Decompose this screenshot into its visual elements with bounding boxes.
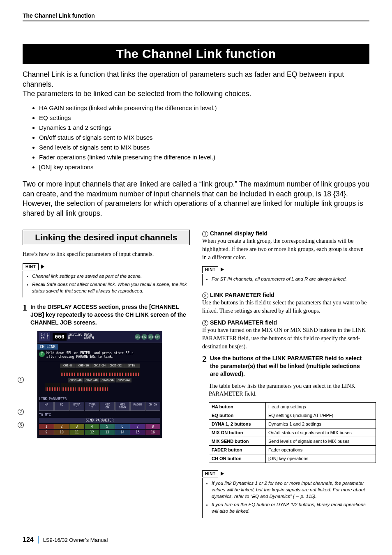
screen-tab: CH LINK xyxy=(37,344,58,350)
fader-button[interactable]: FADER xyxy=(130,402,145,411)
table-row: DYNA 1, 2 buttonsDynamics 1 and 2 settin… xyxy=(209,420,376,428)
field-2-text: Use the buttons in this field to select … xyxy=(202,299,369,315)
mix-send-button[interactable]: MIX SEND xyxy=(115,402,130,411)
hint-block: HINT If you link Dynamics 1 or 2 for two… xyxy=(202,470,369,518)
footer: 124 LS9-16/32 Owner’s Manual xyxy=(23,536,369,543)
paragraph: Two or more input channels that are link… xyxy=(23,180,369,219)
screenshot: 1 2 3 CH 1ch 1 000 Initial Data R ADMIN … xyxy=(27,331,190,438)
send-11[interactable]: 11 xyxy=(69,430,84,435)
send-8[interactable]: 8 xyxy=(145,424,160,429)
send-1[interactable]: 1 xyxy=(39,424,54,429)
step-1: 1 In the DISPLAY ACCESS section, press t… xyxy=(23,303,190,327)
send-7[interactable]: 7 xyxy=(130,424,145,429)
table-row: FADER buttonFader operations xyxy=(209,446,376,454)
step-2: 2 Use the buttons of the LINK PARAMETER … xyxy=(202,355,369,378)
step-follow-text: The table below lists the parameters you… xyxy=(209,382,369,398)
link-parameter-field: LINK PARAMETER HA EQ DYNA 1 DYNA 2 MIX O… xyxy=(37,397,162,413)
channel-display-field: CH1-8CH9-16 CH17-24CH25-32 STIN CH33-40C… xyxy=(37,361,162,397)
bullet-item: Fader operations (linked while preservin… xyxy=(39,152,369,162)
callout-1: 1 xyxy=(18,377,25,383)
table-row: CH ON button[ON] key operations xyxy=(209,454,376,463)
send-parameter-field: TO MIX SEND PARAMETER 1 2 3 4 5 6 7 8 9 xyxy=(37,413,162,438)
send-6[interactable]: 6 xyxy=(115,424,130,429)
arrow-icon xyxy=(221,267,224,272)
table-row: MIX ON buttonOn/off status of signals se… xyxy=(209,428,376,437)
dyna2-button[interactable]: DYNA 2 xyxy=(85,402,99,411)
send-14[interactable]: 14 xyxy=(115,430,130,435)
st-indicators: ST1ST2ST3ST4 xyxy=(135,334,160,340)
ch-indicator: CH 1ch 1 xyxy=(39,332,50,341)
table-row: HA buttonHead amp settings xyxy=(209,403,376,411)
running-head: The Channel Link function xyxy=(23,12,369,21)
header-rule xyxy=(23,21,369,21)
table-row: MIX SEND buttonSend levels of signals se… xyxy=(209,437,376,446)
page-title: The Channel Link function xyxy=(23,44,369,64)
hint-item: For ST IN channels, all parameters of L … xyxy=(212,276,369,282)
hint-item: If you turn on the EQ button or DYNA 1/2… xyxy=(212,501,369,514)
field-1-text: When you create a link group, the corres… xyxy=(202,237,369,261)
mix-on-button[interactable]: MIX ON xyxy=(100,402,115,411)
left-column: Linking the desired input channels Here’… xyxy=(23,230,190,523)
ch-on-button[interactable]: CH ON xyxy=(145,402,160,411)
help-icon: ? xyxy=(39,351,45,357)
send-15[interactable]: 15 xyxy=(130,430,145,435)
bullet-item: Send levels of signals sent to MIX buses xyxy=(39,143,369,152)
field-1-heading: 1Channel display field xyxy=(202,230,369,237)
send-4[interactable]: 4 xyxy=(85,424,99,429)
hint-block: HINT For ST IN channels, all parameters … xyxy=(202,265,369,286)
send-12[interactable]: 12 xyxy=(85,430,99,435)
send-9[interactable]: 9 xyxy=(39,430,54,435)
callout-2: 2 xyxy=(18,409,25,415)
section-heading: Linking the desired input channels xyxy=(23,230,190,245)
callout-3: 3 xyxy=(18,422,25,428)
parameter-table: HA buttonHead amp settings EQ buttonEQ s… xyxy=(209,402,376,463)
hint-item: Recall Safe does not affect channel link… xyxy=(32,281,190,294)
right-column: 1Channel display field When you create a… xyxy=(202,230,369,523)
hint-item: If you link Dynamics 1 or 2 for two or m… xyxy=(212,480,369,500)
step-number: 1 xyxy=(23,303,27,327)
intro-text: Channel Link is a function that links th… xyxy=(23,70,369,99)
send-16[interactable]: 16 xyxy=(145,430,160,435)
divider-icon xyxy=(38,536,39,543)
scene-label: Initial Data R ADMIN xyxy=(68,333,94,341)
scene-number: 000 xyxy=(53,333,66,341)
field-2-heading: 2LINK PARAMETER field xyxy=(202,291,369,299)
page-number: 124 xyxy=(23,536,34,543)
ha-button[interactable]: HA xyxy=(39,402,54,411)
bullet-item: On/off status of signals sent to MIX bus… xyxy=(39,133,369,143)
arrow-icon xyxy=(41,265,44,269)
bullet-item: Dynamics 1 and 2 settings xyxy=(39,123,369,133)
step-number: 2 xyxy=(202,355,207,378)
send-2[interactable]: 2 xyxy=(54,424,69,429)
hint-label: HINT xyxy=(202,470,218,477)
step-text: Use the buttons of the LINK PARAMETER fi… xyxy=(210,355,369,378)
eq-button[interactable]: EQ xyxy=(54,402,69,411)
bullet-item: EQ settings xyxy=(39,113,369,123)
bullet-item: HA GAIN settings (linked while preservin… xyxy=(39,103,369,113)
arrow-icon xyxy=(221,472,224,476)
send-3[interactable]: 3 xyxy=(69,424,84,429)
field-3-heading: 3SEND PARAMETER field xyxy=(202,319,369,326)
send-10[interactable]: 10 xyxy=(54,430,69,435)
step-text: In the DISPLAY ACCESS section, press the… xyxy=(30,303,190,327)
screen-hint: ? Hold down SEL or ENTER, and press othe… xyxy=(37,350,162,361)
lead-text: Here’s how to link specific parameters o… xyxy=(23,250,190,258)
intro-bullets: HA GAIN settings (linked while preservin… xyxy=(39,103,369,172)
hint-label: HINT xyxy=(202,266,218,273)
send-13[interactable]: 13 xyxy=(100,430,115,435)
hint-label: HINT xyxy=(23,263,39,270)
dyna1-button[interactable]: DYNA 1 xyxy=(69,402,84,411)
manual-title: LS9-16/32 Owner’s Manual xyxy=(43,537,108,543)
hint-item: Channel link settings are saved as part … xyxy=(32,273,190,279)
send-5[interactable]: 5 xyxy=(100,424,115,429)
table-row: EQ buttonEQ settings (including ATT/HPF) xyxy=(209,411,376,420)
bullet-item: [ON] key operations xyxy=(39,162,369,172)
field-3-text: If you have turned on the MIX ON or MIX … xyxy=(202,326,369,350)
hint-block: HINT Channel link settings are saved as … xyxy=(23,263,190,297)
